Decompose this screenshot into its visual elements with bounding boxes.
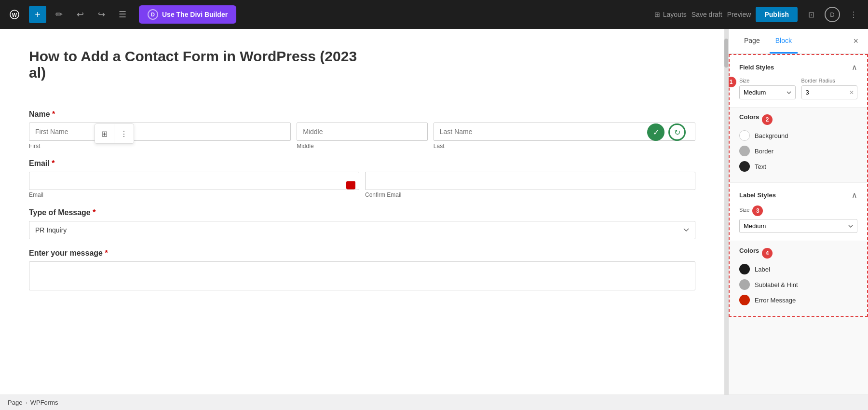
divi-settings-button[interactable]: D [825,7,840,22]
sublabel-color-item: Sublabel & Hint [739,279,857,290]
more-options-button[interactable]: ⋮ [845,6,862,23]
border-color-swatch[interactable] [739,146,750,156]
text-color-label: Text [755,163,766,170]
first-sublabel: First [29,143,291,150]
first-name-input[interactable] [29,123,291,141]
size-label: Size [739,78,796,83]
breadcrumb-section: WPForms [30,399,58,406]
label-styles-section: Label Styles ∧ Size 3 Medium [730,183,867,241]
error-color-label: Error Message [755,297,796,304]
refresh-circle[interactable]: ↻ [668,123,686,141]
background-color-item: Background [739,130,857,141]
field-styles-section: Field Styles ∧ 1 Size Medium [730,55,867,108]
border-radius-label: Border Radius [801,78,858,83]
message-field-group: Enter your message * [29,249,695,292]
editor-scrollbar[interactable] [724,29,728,395]
block-type-button[interactable]: ⊞ [95,124,114,143]
type-select[interactable]: PR Inquiry [29,221,695,239]
tab-page[interactable]: Page [738,29,766,54]
green-circles: ✓ ↻ [647,123,686,141]
confirm-email-sublabel: Confirm Email [365,191,401,198]
middle-sublabel: Middle [297,143,428,150]
breadcrumb-page: Page [8,399,22,406]
divi-builder-button[interactable]: D Use The Divi Builder [139,5,236,24]
confirm-email-input[interactable] [365,172,695,190]
border-radius-input-wrapper: ✕ [801,85,858,99]
field-styles-header: Field Styles ∧ [739,63,857,72]
save-draft-button[interactable]: Save draft [692,11,722,18]
border-radius-col: Border Radius ✕ [801,78,858,99]
background-color-swatch[interactable] [739,130,750,141]
type-field-group: Type of Message * PR Inquiry [29,208,695,239]
sidebar-toggle-button[interactable]: ⊡ [802,6,820,23]
block-more-button[interactable]: ⋮ [114,124,134,143]
label-colors-section: Colors 4 Label Sublabel & Hint Error Mes… [730,241,867,316]
list-view-button[interactable]: ☰ [114,6,131,23]
page-title: How to Add a Contact Form in WordPress (… [29,48,695,81]
sublabel-color-swatch[interactable] [739,279,750,290]
email-input[interactable] [29,172,359,190]
layouts-button[interactable]: ⊞ Layouts [654,11,687,18]
panel-close-button[interactable]: × [853,36,858,46]
step-badge-2: 2 [762,114,773,125]
wp-logo[interactable]: W [6,6,23,23]
email-label: Email * [29,159,695,168]
step-badge-3: 3 [752,205,763,216]
check-circle[interactable]: ✓ [647,123,665,141]
border-radius-clear[interactable]: ✕ [846,86,857,99]
email-sublabel: Email [29,191,43,198]
main-container: How to Add a Contact Form in WordPress (… [0,29,868,395]
size-select[interactable]: Medium [739,85,796,99]
right-panel: Page Block × Field Styles ∧ 1 [728,29,868,395]
label-color-label: Label [755,266,770,273]
label-color-swatch[interactable] [739,264,750,274]
label-styles-collapse[interactable]: ∧ [852,191,857,200]
layouts-icon: ⊞ [654,11,660,18]
text-color-item: Text [739,161,857,172]
panel-header: Page Block × [729,29,868,54]
breadcrumb-separator: › [25,399,27,406]
toolbar: W + ✏ ↩ ↪ ☰ D Use The Divi Builder ⊞ Lay… [0,0,868,29]
border-color-item: Border [739,146,857,156]
first-name-wrapper: First [29,123,291,150]
border-color-label: Border [755,148,773,155]
border-radius-input[interactable] [802,86,847,99]
editor-area: How to Add a Contact Form in WordPress (… [0,29,724,395]
label-size-label: Size [739,207,749,213]
last-sublabel: Last [434,143,695,150]
preview-button[interactable]: Preview [727,11,751,18]
undo-button[interactable]: ↩ [71,6,89,23]
message-label: Enter your message * [29,249,695,258]
edit-button[interactable]: ✏ [50,6,68,23]
field-colors-section: Colors 2 Background Border Text [730,108,867,182]
middle-name-wrapper: Middle [297,123,428,150]
panel-content: Field Styles ∧ 1 Size Medium [729,54,868,317]
svg-text:W: W [12,12,17,18]
divi-icon: D [148,9,158,20]
size-border-row: Size Medium Border Radius ✕ [739,78,857,99]
tab-block[interactable]: Block [770,29,798,54]
error-color-swatch[interactable] [739,295,750,305]
field-styles-title: Field Styles [739,64,774,71]
label-styles-title: Label Styles [739,191,776,199]
divi-button-label: Use The Divi Builder [162,11,228,18]
message-textarea[interactable] [29,261,695,290]
middle-name-input[interactable] [297,123,428,141]
type-label: Type of Message * [29,208,695,217]
label-size-select[interactable]: Medium [739,219,857,233]
label-color-item: Label [739,264,857,274]
confirm-email-wrapper: Confirm Email [365,172,695,199]
label-colors-title: Colors [739,247,759,254]
field-colors-title: Colors [739,113,759,121]
redo-button[interactable]: ↪ [93,6,110,23]
step-badge-1: 1 [728,77,736,87]
publish-button[interactable]: Publish [756,7,798,22]
scrollbar-thumb[interactable] [724,39,728,68]
toolbar-right: ⊞ Layouts Save draft Preview Publish ⊡ D… [654,6,862,23]
text-color-swatch[interactable] [739,161,750,172]
size-col: Size Medium [739,78,796,99]
sublabel-color-label: Sublabel & Hint [755,281,798,288]
add-block-button[interactable]: + [29,6,46,23]
label-styles-header: Label Styles ∧ [739,191,857,200]
field-styles-collapse[interactable]: ∧ [852,63,857,72]
